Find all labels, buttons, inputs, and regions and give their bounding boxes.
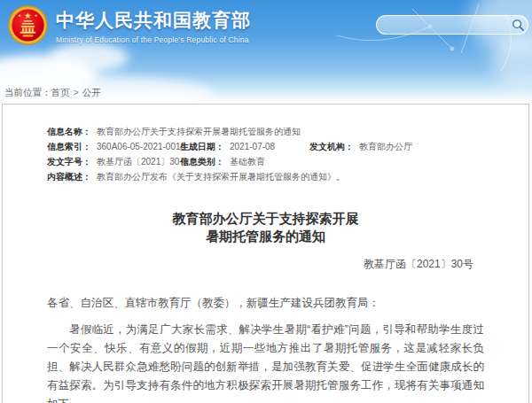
breadcrumb-separator: >	[74, 87, 79, 97]
search-button[interactable]	[512, 18, 525, 32]
dandelion-decoration	[328, 0, 532, 84]
breadcrumb-link-public[interactable]: 公开	[82, 87, 101, 97]
breadcrumb-link-home[interactable]: 首页	[51, 87, 70, 97]
meta-field-summary: 内容概述：教育部办公厅发布《关于支持探索开展暑期托管服务的通知》。	[47, 169, 345, 184]
breadcrumb: 当前位置：首页>公开	[4, 87, 101, 99]
svg-text:★: ★	[18, 13, 21, 18]
site-home-link[interactable]: ★ ★ ★ 中华人民共和国教育部 Ministry of Education o…	[7, 4, 251, 46]
meta-row: 发文字号：教基厅函〔2021〕30号 信息类别：基础教育	[47, 154, 484, 169]
document-panel: 信息名称：教育部办公厅关于支持探索开展暑期托管服务的通知 信息索引：360A06…	[2, 104, 529, 403]
svg-text:★: ★	[35, 13, 38, 18]
meta-field-doc-number: 发文字号：教基厅函〔2021〕30号	[47, 154, 180, 169]
search-input[interactable]	[386, 17, 512, 33]
document-title-line1: 教育部办公厅关于支持探索开展	[47, 210, 484, 228]
search-box[interactable]	[376, 15, 528, 35]
meta-row: 内容概述：教育部办公厅发布《关于支持探索开展暑期托管服务的通知》。	[47, 169, 484, 184]
document-meta: 信息名称：教育部办公厅关于支持探索开展暑期托管服务的通知 信息索引：360A06…	[47, 124, 484, 184]
meta-field-info-index: 信息索引：360A06-05-2021-0018-1	[47, 139, 180, 154]
site-header: ★ ★ ★ 中华人民共和国教育部 Ministry of Education o…	[0, 0, 532, 104]
meta-field-issuing-agency: 发文机构：教育部办公厅	[309, 139, 412, 154]
document-title-line2: 暑期托管服务的通知	[47, 228, 484, 245]
search-icon	[512, 19, 525, 32]
site-title-cn: 中华人民共和国教育部	[56, 8, 251, 33]
meta-row: 信息名称：教育部办公厅关于支持探索开展暑期托管服务的通知	[47, 124, 484, 139]
document-salutation: 各省、自治区、直辖市教育厅（教委），新疆生产建设兵团教育局：	[47, 294, 484, 313]
site-title-en: Ministry of Education of the People's Re…	[56, 35, 251, 44]
document-paragraph: 暑假临近，为满足广大家长需求、解决学生暑期“看护难”问题，引导和帮助学生度过一个…	[47, 321, 484, 403]
cloud-decoration	[49, 43, 129, 73]
svg-text:★: ★	[24, 11, 32, 20]
china-national-emblem-icon: ★ ★ ★	[7, 4, 49, 46]
document-number: 教基厅函〔2021〕30号	[47, 257, 484, 272]
meta-field-info-category: 信息类别：基础教育	[180, 154, 265, 169]
document-title: 教育部办公厅关于支持探索开展 暑期托管服务的通知	[47, 210, 484, 245]
meta-row: 信息索引：360A06-05-2021-0018-1 生成日期：2021-07-…	[47, 139, 484, 154]
breadcrumb-prefix: 当前位置：	[4, 87, 51, 97]
meta-field-info-name: 信息名称：教育部办公厅关于支持探索开展暑期托管服务的通知	[47, 124, 301, 139]
meta-field-generated-date: 生成日期：2021-07-08	[180, 139, 309, 154]
